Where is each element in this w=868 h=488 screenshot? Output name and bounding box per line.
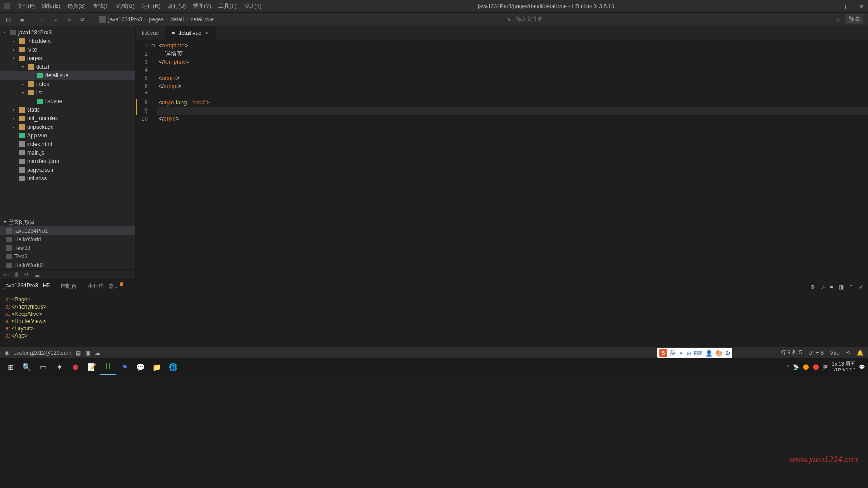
app-icon[interactable]: ⬢ [68,359,83,375]
start-button[interactable]: ⊞ [3,359,18,375]
ime-icon[interactable]: ⚙ [725,350,731,357]
tray-chevron-icon[interactable]: ^ [787,364,789,370]
folder-item[interactable]: ▸index [0,80,135,88]
ime-icon[interactable]: ⊕ [686,350,691,357]
breadcrumb-item[interactable]: detail [170,16,184,23]
menu-goto[interactable]: 跳转(G) [116,2,135,10]
menu-file[interactable]: 文件(F) [17,2,35,10]
status-encoding[interactable]: UTF-8 [808,350,824,356]
preview-button[interactable]: 预览 [845,14,863,24]
console-tab[interactable]: 控制台 [61,282,77,292]
breadcrumb-item[interactable]: pages [149,16,164,23]
close-icon[interactable]: ✕ [859,3,864,10]
notifications-icon[interactable]: 💬 [859,364,865,370]
folder-item[interactable]: ▸static [0,105,135,114]
maximize-icon[interactable]: ▢ [845,3,851,10]
folder-item[interactable]: ▾list [0,88,135,97]
ime-icon[interactable]: ⌨ [694,350,703,357]
editor-tab[interactable]: list.vue [136,26,165,40]
ime-toolbar[interactable]: S 英 ⚬ ⊕ ⌨ 👤 🎨 ⚙ [657,348,732,358]
folder-item[interactable]: ▾detail [0,62,135,71]
gear-icon[interactable]: ⚙ [810,284,815,290]
console-tab[interactable]: java1234Pro3 - H5 [5,282,50,291]
terminal-icon[interactable]: ▭ [4,272,9,278]
play-icon[interactable]: ▷ [821,284,825,290]
menu-select[interactable]: 选择(S) [67,2,85,10]
status-icon[interactable]: ☁ [95,350,100,356]
explorer-icon[interactable]: 📁 [149,359,165,375]
stop-icon[interactable]: ■ [830,284,833,290]
sync-icon[interactable]: ⟳ [24,272,29,278]
closed-project-item[interactable]: HelloWorld2 [0,261,135,269]
search-icon[interactable]: 🔍 [19,359,34,375]
taskbar-time[interactable]: 15:13 周五 [831,361,855,367]
code-editor[interactable]: 12345678910 ⊟ <template> 详情页</template><… [136,40,868,279]
closed-project-item[interactable]: HelloWorld [0,235,135,244]
file-item[interactable]: pages.json [0,165,135,174]
expand-icon[interactable]: ⤢ [859,284,863,290]
star-icon[interactable]: ☆ [66,16,73,23]
hbuilder-icon[interactable]: H [100,359,116,375]
tray-icon[interactable]: 📡 [793,364,799,370]
folder-item[interactable]: ▸unpackage [0,122,135,131]
file-item[interactable]: main.js [0,148,135,157]
ime-indicator[interactable]: 英 [823,364,828,371]
taskbar-date[interactable]: 2023/1/27 [831,367,855,373]
closed-project-item[interactable]: Test33 [0,244,135,252]
file-item[interactable]: index.html [0,140,135,148]
tray-icon[interactable]: 🛑 [813,364,819,370]
status-line-col[interactable]: 行:9 列:5 [781,349,802,357]
ime-icon[interactable]: 🎨 [715,350,722,357]
breadcrumb-item[interactable]: java1234Pro3 [108,16,142,23]
taskview-icon[interactable]: ▭ [35,359,51,375]
menu-publish[interactable]: 发行(U) [168,2,186,10]
status-user[interactable]: caofeng2012@126.com [14,350,71,356]
search-placeholder[interactable]: 输入文件名 [516,15,543,23]
status-lang[interactable]: Vue [830,350,840,356]
folder-item[interactable]: ▾pages [0,54,135,62]
sync-icon[interactable]: ⟲ [846,350,850,356]
file-item[interactable]: uni.scss [0,174,135,183]
closed-project-item[interactable]: Test2 [0,252,135,261]
forward-icon[interactable]: › [52,16,59,23]
status-icon[interactable]: ▤ [76,350,81,356]
breadcrumb-item[interactable]: detail.vue [190,16,213,23]
file-item[interactable]: App.vue [0,131,135,140]
chevron-down-icon[interactable]: ▾ [4,219,6,225]
filter-icon[interactable]: ▽ [836,16,840,23]
back-icon[interactable]: ‹ [38,16,46,23]
bell-icon[interactable]: 🔔 [857,350,863,356]
menu-find[interactable]: 查找(I) [93,2,108,10]
cloud-icon[interactable]: ☁ [34,272,40,278]
folder-item[interactable]: ▸.hbuilderx [0,37,135,45]
refresh-icon[interactable]: ⟳ [79,16,86,23]
minimize-icon[interactable]: — [830,3,837,10]
console-tab[interactable]: 小程序 - 微... [88,282,123,292]
collapse-icon[interactable]: ⌃ [849,284,854,290]
project-root[interactable]: ▾java1234Pro3 [0,28,135,37]
folder-item[interactable]: ▸uni_modules [0,114,135,122]
menu-run[interactable]: 运行(R) [142,2,160,10]
close-tab-icon[interactable]: × [205,29,209,37]
ime-icon[interactable]: 👤 [705,350,712,357]
wechat-icon[interactable]: 💬 [133,359,148,375]
file-item[interactable]: list.vue [0,97,135,105]
tray-icon[interactable]: 🟠 [803,364,809,370]
menu-tools[interactable]: 工具(T) [218,2,236,10]
arrow-right-icon[interactable]: ↳ [507,16,511,23]
status-icon[interactable]: ▣ [85,350,90,356]
file-item[interactable]: manifest.json [0,157,135,165]
ime-icon[interactable]: ⚬ [679,350,684,357]
app-icon[interactable]: ✦ [52,359,67,375]
save-icon[interactable]: ▣ [18,16,25,23]
editor-tab[interactable]: detail.vue× [165,26,216,40]
menu-view[interactable]: 视图(V) [193,2,211,10]
ime-mode[interactable]: 英 [670,349,676,357]
closed-project-item[interactable]: java1234Pro1 [0,226,135,235]
gear-icon[interactable]: ⚙ [14,272,19,278]
menu-help[interactable]: 帮助(Y) [244,2,262,10]
chrome-icon[interactable]: 🌐 [165,359,181,375]
layout-icon[interactable]: ◨ [839,284,844,290]
app-icon[interactable]: ⚑ [117,359,132,375]
app-icon[interactable]: 📝 [84,359,99,375]
